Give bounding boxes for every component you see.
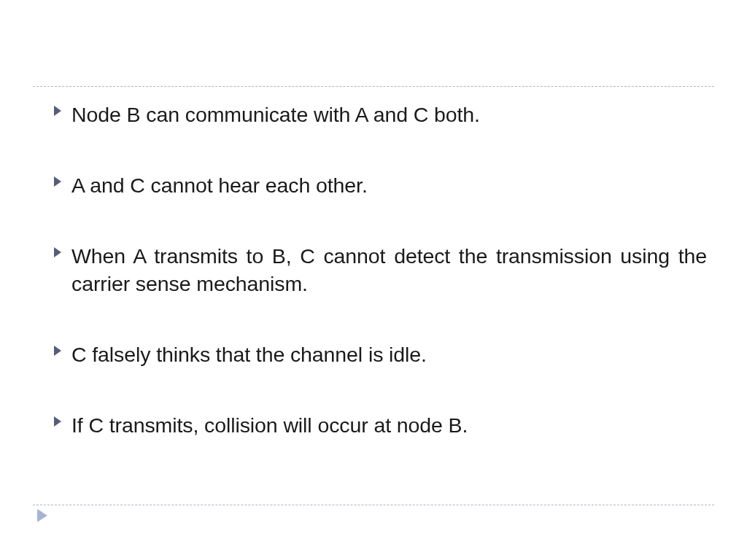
bullet-triangle-icon (54, 101, 71, 116)
bullet-triangle-icon (54, 171, 71, 187)
bullet-text: When A transmits to B, C cannot detect t… (71, 242, 707, 299)
list-item: If C transmits, collision will occur at … (54, 411, 707, 440)
bullet-text: A and C cannot hear each other. (71, 171, 707, 200)
slide-container: Node B can communicate with A and C both… (0, 0, 747, 560)
list-item: A and C cannot hear each other. (54, 171, 707, 200)
bullet-list: Node B can communicate with A and C both… (54, 101, 707, 482)
bullet-triangle-icon (54, 242, 71, 257)
list-item: Node B can communicate with A and C both… (54, 101, 707, 129)
bullet-text: If C transmits, collision will occur at … (71, 411, 707, 440)
list-item: When A transmits to B, C cannot detect t… (54, 242, 707, 299)
list-item: C falsely thinks that the channel is idl… (54, 341, 707, 369)
bullet-triangle-icon (54, 341, 71, 356)
bottom-separator (33, 505, 714, 505)
footer-triangle-icon (37, 509, 47, 525)
top-separator (33, 86, 714, 87)
bullet-triangle-icon (54, 411, 71, 427)
bullet-text: Node B can communicate with A and C both… (71, 101, 707, 129)
bullet-text: C falsely thinks that the channel is idl… (71, 341, 707, 369)
